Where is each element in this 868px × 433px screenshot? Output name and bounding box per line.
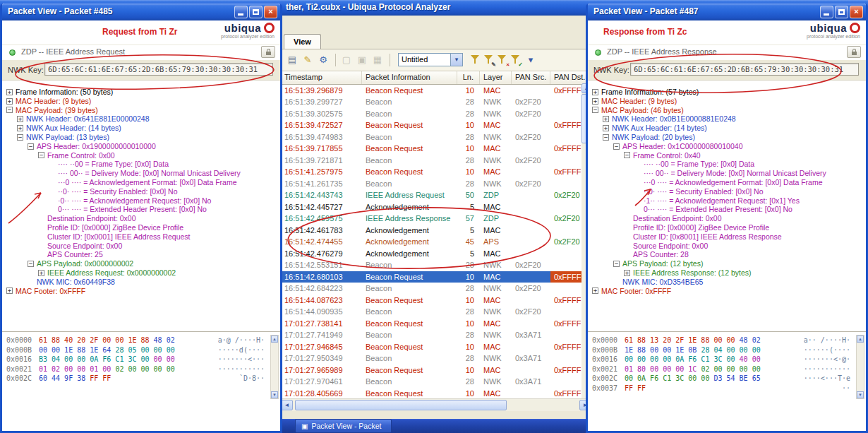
close-button[interactable]: ×: [850, 6, 863, 18]
tree-node[interactable]: +MAC Footer: 0xFFFF: [2, 286, 280, 295]
packet-row[interactable]: 16:51:39.717855Beacon Request10MAC0xFFFF: [281, 143, 591, 155]
packet-row[interactable]: 16:51:42.445727Acknowledgement5MAC: [281, 201, 591, 213]
expand-icon[interactable]: +: [17, 116, 23, 122]
tree-node[interactable]: −APS Header: 0x1900000000010000: [2, 141, 280, 150]
column-header[interactable]: PAN Src.: [512, 71, 550, 84]
tree-node[interactable]: ···· 00·· = Delivery Mode: [0x0] Normal …: [2, 168, 280, 177]
tree-node[interactable]: +IEEE Address Request: 0x0000000002: [2, 268, 280, 277]
tree-node[interactable]: −Frame Control: 0x40: [588, 150, 866, 160]
tree-node[interactable]: Source Endpoint: 0x00: [2, 241, 280, 250]
tree-node[interactable]: 0··· ···· = Extended Header Present: [0x…: [2, 204, 280, 213]
profile-combobox[interactable]: Untitled ▾: [398, 53, 463, 66]
hex-scrollbar[interactable]: ▲ ▼: [856, 335, 864, 399]
gear-icon[interactable]: ⚙: [316, 54, 330, 66]
tree-node[interactable]: +NWK Header: 0x641E881E00000248: [2, 114, 280, 123]
tab-view[interactable]: View: [284, 34, 321, 49]
packet-row[interactable]: 16:51:42.476279Acknowledgement5MAC: [281, 248, 591, 260]
panels-icon[interactable]: ▣: [355, 54, 369, 66]
column-header[interactable]: Timestamp: [281, 71, 362, 84]
tree-node[interactable]: −APS Header: 0x1C00000080010040: [588, 141, 866, 150]
packet-row[interactable]: 16:51:41.257975Beacon Request10MAC0xFFFF: [281, 166, 591, 178]
expand-icon[interactable]: +: [592, 287, 598, 294]
filter-delete-icon[interactable]: ×: [497, 54, 508, 66]
minimize-button[interactable]: [820, 6, 833, 18]
lock-button[interactable]: [261, 46, 275, 58]
expand-icon[interactable]: +: [603, 125, 609, 131]
packet-row[interactable]: 16:51:39.302575Beacon28NWK0x2F20: [281, 108, 591, 120]
window-titlebar[interactable]: Packet View - Packet #485 ×: [2, 4, 280, 20]
expand-icon[interactable]: +: [603, 116, 609, 122]
filter-edit-icon[interactable]: ✎: [483, 54, 495, 66]
filter-icon[interactable]: [470, 54, 481, 66]
chevron-down-icon[interactable]: ▾: [524, 54, 538, 66]
collapse-icon[interactable]: −: [613, 143, 620, 150]
filter-apply-icon[interactable]: ✓: [510, 54, 522, 66]
expand-icon[interactable]: +: [624, 270, 630, 276]
packet-row[interactable]: 17:01:27.946845Beacon Request10MAC0xFFFF: [281, 341, 591, 353]
chevron-down-icon[interactable]: ▾: [450, 54, 462, 66]
tree-node[interactable]: APS Counter: 28: [588, 249, 866, 259]
lock-button[interactable]: [847, 46, 861, 58]
collapse-icon[interactable]: −: [613, 261, 620, 267]
collapse-icon[interactable]: −: [28, 143, 34, 150]
expand-icon[interactable]: +: [38, 270, 44, 276]
scroll-down-icon[interactable]: ▼: [857, 391, 864, 398]
packet-row[interactable]: 16:51:42.459575IEEE Address Response57ZD…: [281, 213, 591, 225]
packet-row[interactable]: 16:51:42.684223Beacon28NWK0x2F20: [281, 283, 591, 295]
packet-row[interactable]: 17:01:27.970461Beacon28NWK0x3A71: [281, 376, 591, 388]
collapse-icon[interactable]: −: [17, 134, 23, 141]
maximize-button[interactable]: [249, 6, 263, 18]
tree-node[interactable]: APS Counter: 25: [2, 249, 280, 259]
tree-node[interactable]: ···0 ···· = Acknowledgement Format: [0x0…: [2, 177, 280, 186]
close-button[interactable]: ×: [264, 6, 277, 18]
tree-node[interactable]: −APS Payload: 0x0000000002: [2, 259, 280, 268]
tree-node[interactable]: ·1·· ···· = Acknowledgement Request: [0x…: [588, 196, 866, 205]
tree-node[interactable]: ··0· ···· = Security Enabled: [0x0] No: [588, 186, 866, 196]
collapse-icon[interactable]: −: [6, 107, 13, 113]
scroll-up-icon[interactable]: ▲: [271, 336, 278, 343]
tree-node[interactable]: −NWK Payload: (13 bytes): [2, 132, 280, 141]
packet-row[interactable]: 16:51:42.474455Acknowledgement45APS0x2F2…: [281, 236, 591, 248]
packet-row[interactable]: 17:01:27.741949Beacon28NWK0x3A71: [281, 329, 591, 341]
scrollbar-track[interactable]: [294, 400, 579, 410]
tree-node[interactable]: −NWK Payload: (20 bytes): [588, 132, 866, 141]
tree-node[interactable]: Cluster ID: [0x0001] IEEE Address Reques…: [2, 232, 280, 241]
scroll-left-icon[interactable]: ◄: [281, 400, 293, 410]
collapse-icon[interactable]: −: [624, 152, 630, 158]
expand-icon[interactable]: +: [17, 125, 23, 131]
window-icon[interactable]: ▢: [339, 54, 354, 66]
horizontal-scrollbar[interactable]: ◄ ►: [281, 398, 591, 411]
tree-node[interactable]: ···· 00·· = Delivery Mode: [0x0] Normal …: [588, 168, 866, 177]
expand-icon[interactable]: +: [6, 89, 13, 95]
packet-row[interactable]: 16:51:42.461783Acknowledgement5MAC: [281, 225, 591, 237]
tree-node[interactable]: −Frame Control: 0x00: [2, 150, 280, 160]
save-icon[interactable]: ▤: [285, 54, 299, 66]
hex-scrollbar[interactable]: ▲ ▼: [270, 335, 279, 399]
tree-node[interactable]: ···0 ···· = Acknowledgement Format: [0x0…: [588, 177, 866, 186]
tree-node[interactable]: +NWK Header: 0x0B1E0000881E0248: [588, 114, 866, 123]
tree-node[interactable]: −APS Payload: (12 bytes): [588, 259, 866, 268]
tree-node[interactable]: Destination Endpoint: 0x00: [588, 213, 866, 223]
column-header[interactable]: Packet Information: [362, 71, 457, 84]
collapse-icon[interactable]: −: [28, 261, 34, 267]
tree-node[interactable]: Destination Endpoint: 0x00: [2, 213, 280, 223]
tree-node[interactable]: +MAC Footer: 0xFFFF: [588, 286, 866, 295]
expand-icon[interactable]: +: [592, 89, 598, 95]
collapse-icon[interactable]: −: [38, 152, 44, 158]
tree-node[interactable]: +NWK Aux Header: (14 bytes): [588, 123, 866, 132]
packet-row[interactable]: 16:51:42.680103Beacon Request10MAC0xFFFF: [281, 271, 591, 283]
collapse-icon[interactable]: −: [603, 134, 609, 141]
column-header[interactable]: Layer: [480, 71, 512, 84]
packet-row[interactable]: 17:01:27.950349Beacon28NWK0x3A71: [281, 352, 591, 364]
packet-row[interactable]: 17:01:27.738141Beacon Request10MAC0xFFFF: [281, 318, 591, 330]
highlighter-icon[interactable]: ✎: [301, 54, 315, 66]
tree-node[interactable]: +IEEE Address Response: (12 bytes): [588, 268, 866, 277]
scroll-up-icon[interactable]: ▲: [857, 336, 864, 343]
packet-row[interactable]: 16:51:39.296879Beacon Request10MAC0xFFFF: [281, 85, 591, 97]
expand-icon[interactable]: +: [6, 98, 13, 105]
maximize-button[interactable]: [835, 6, 848, 18]
window-titlebar[interactable]: Packet View - Packet #487 ×: [588, 4, 866, 20]
expand-icon[interactable]: +: [6, 287, 13, 294]
tree-node[interactable]: ···· ··00 = Frame Type: [0x0] Data: [2, 159, 280, 168]
nwk-key-field[interactable]: 6D:65:6C:61:6E:67:65:2D:6B:65:79:30:30:3…: [630, 63, 859, 76]
